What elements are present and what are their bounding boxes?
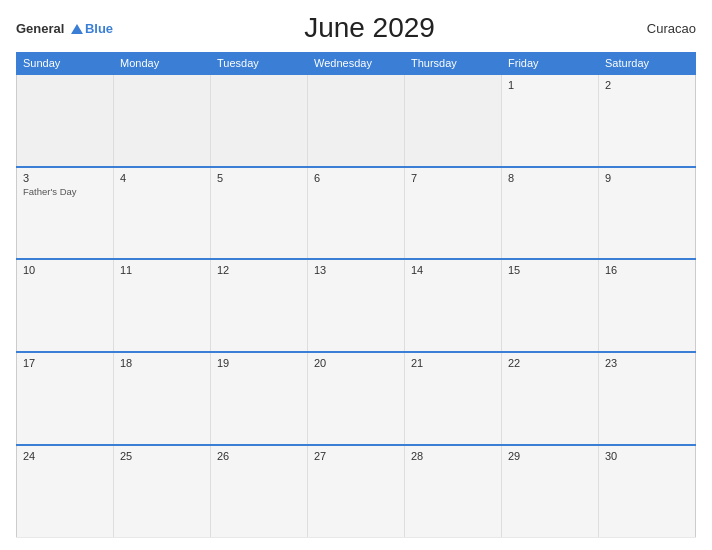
- col-friday: Friday: [502, 53, 599, 75]
- calendar-day-cell: 29: [502, 445, 599, 538]
- calendar-day-cell: 25: [114, 445, 211, 538]
- day-number: 28: [411, 450, 495, 462]
- day-number: 29: [508, 450, 592, 462]
- calendar-day-cell: 16: [599, 259, 696, 352]
- day-number: 18: [120, 357, 204, 369]
- calendar-day-cell: [114, 74, 211, 167]
- weekday-header-row: Sunday Monday Tuesday Wednesday Thursday…: [17, 53, 696, 75]
- calendar-day-cell: [17, 74, 114, 167]
- day-event: Father's Day: [23, 186, 107, 197]
- calendar-day-cell: 23: [599, 352, 696, 445]
- day-number: 21: [411, 357, 495, 369]
- calendar-day-cell: 10: [17, 259, 114, 352]
- col-wednesday: Wednesday: [308, 53, 405, 75]
- day-number: 8: [508, 172, 592, 184]
- day-number: 24: [23, 450, 107, 462]
- col-tuesday: Tuesday: [211, 53, 308, 75]
- calendar-day-cell: 28: [405, 445, 502, 538]
- col-thursday: Thursday: [405, 53, 502, 75]
- calendar-day-cell: 21: [405, 352, 502, 445]
- calendar-week-row: 10111213141516: [17, 259, 696, 352]
- calendar-day-cell: 18: [114, 352, 211, 445]
- calendar-day-cell: 19: [211, 352, 308, 445]
- calendar-table: Sunday Monday Tuesday Wednesday Thursday…: [16, 52, 696, 538]
- calendar-day-cell: [308, 74, 405, 167]
- day-number: 19: [217, 357, 301, 369]
- calendar-day-cell: 9: [599, 167, 696, 260]
- day-number: 6: [314, 172, 398, 184]
- calendar-day-cell: 4: [114, 167, 211, 260]
- logo-general-text: General: [16, 21, 64, 36]
- col-saturday: Saturday: [599, 53, 696, 75]
- day-number: 7: [411, 172, 495, 184]
- day-number: 23: [605, 357, 689, 369]
- calendar-day-cell: 1: [502, 74, 599, 167]
- calendar-day-cell: 7: [405, 167, 502, 260]
- calendar-day-cell: 22: [502, 352, 599, 445]
- calendar-day-cell: 14: [405, 259, 502, 352]
- day-number: 20: [314, 357, 398, 369]
- day-number: 2: [605, 79, 689, 91]
- calendar-week-row: 17181920212223: [17, 352, 696, 445]
- calendar-day-cell: 13: [308, 259, 405, 352]
- calendar-day-cell: 12: [211, 259, 308, 352]
- day-number: 9: [605, 172, 689, 184]
- header: General Blue June 2029 Curacao: [16, 12, 696, 44]
- calendar-day-cell: 11: [114, 259, 211, 352]
- calendar-title: June 2029: [113, 12, 626, 44]
- day-number: 15: [508, 264, 592, 276]
- calendar-day-cell: 3Father's Day: [17, 167, 114, 260]
- day-number: 10: [23, 264, 107, 276]
- calendar-day-cell: [405, 74, 502, 167]
- region-label: Curacao: [626, 21, 696, 36]
- logo-blue-text: Blue: [85, 21, 113, 36]
- calendar-day-cell: 17: [17, 352, 114, 445]
- day-number: 12: [217, 264, 301, 276]
- calendar-day-cell: 20: [308, 352, 405, 445]
- calendar-week-row: 12: [17, 74, 696, 167]
- day-number: 26: [217, 450, 301, 462]
- calendar-day-cell: 8: [502, 167, 599, 260]
- calendar-day-cell: 27: [308, 445, 405, 538]
- day-number: 3: [23, 172, 107, 184]
- day-number: 14: [411, 264, 495, 276]
- calendar-page: General Blue June 2029 Curacao Sunday Mo…: [0, 0, 712, 550]
- day-number: 30: [605, 450, 689, 462]
- calendar-day-cell: 24: [17, 445, 114, 538]
- calendar-day-cell: 6: [308, 167, 405, 260]
- col-sunday: Sunday: [17, 53, 114, 75]
- col-monday: Monday: [114, 53, 211, 75]
- calendar-day-cell: 15: [502, 259, 599, 352]
- calendar-day-cell: [211, 74, 308, 167]
- calendar-day-cell: 30: [599, 445, 696, 538]
- day-number: 5: [217, 172, 301, 184]
- day-number: 1: [508, 79, 592, 91]
- calendar-day-cell: 2: [599, 74, 696, 167]
- day-number: 27: [314, 450, 398, 462]
- day-number: 4: [120, 172, 204, 184]
- calendar-week-row: 24252627282930: [17, 445, 696, 538]
- day-number: 13: [314, 264, 398, 276]
- day-number: 17: [23, 357, 107, 369]
- calendar-week-row: 3Father's Day456789: [17, 167, 696, 260]
- day-number: 25: [120, 450, 204, 462]
- calendar-day-cell: 5: [211, 167, 308, 260]
- calendar-day-cell: 26: [211, 445, 308, 538]
- day-number: 16: [605, 264, 689, 276]
- day-number: 11: [120, 264, 204, 276]
- day-number: 22: [508, 357, 592, 369]
- logo: General Blue: [16, 19, 113, 37]
